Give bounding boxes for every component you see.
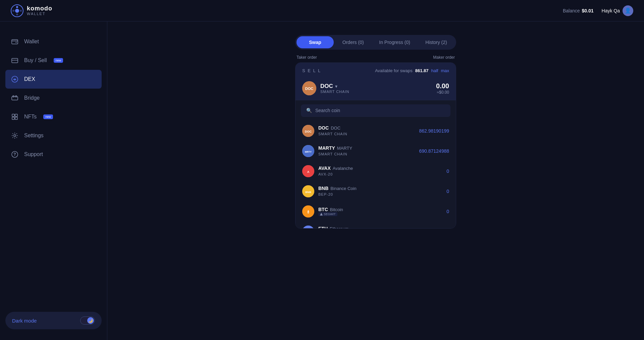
coin-list-left: A AVAX Avalanche AVX-20 bbox=[302, 165, 353, 177]
sidebar-bottom: Dark mode 🌙 bbox=[0, 312, 107, 329]
sell-label: S e l l bbox=[302, 68, 321, 73]
maker-order-label: Maker order bbox=[433, 55, 455, 60]
list-item[interactable]: DOC DOC DOC SMART CHAIN 862.98190199 bbox=[297, 121, 454, 141]
available-label: Available for swaps bbox=[375, 68, 413, 73]
sidebar-item-support[interactable]: ? Support bbox=[0, 145, 107, 164]
content-area: Swap Orders (0) In Progress (0) History … bbox=[107, 21, 644, 340]
svg-rect-17 bbox=[15, 117, 17, 119]
coin-list-fullname: Avalanche bbox=[333, 166, 353, 171]
sidebar-item-wallet-label: Wallet bbox=[24, 39, 39, 45]
coin-left[interactable]: DOC DOC ▾ SMART CHAIN bbox=[302, 81, 349, 95]
coin-amount: 0.00 bbox=[436, 82, 449, 90]
sell-section: S e l l Available for swaps 861.87 half … bbox=[296, 63, 456, 100]
coin-list-ticker-row: DOC DOC bbox=[318, 125, 347, 131]
svg-point-7 bbox=[16, 42, 17, 43]
coin-list-left: Ξ ETH Ethereum ERC-20 bbox=[302, 226, 348, 228]
svg-point-4 bbox=[12, 10, 14, 12]
list-item[interactable]: ₿ BTC Bitcoin SEGWIT bbox=[297, 201, 454, 222]
sidebar-item-wallet[interactable]: Wallet bbox=[0, 32, 107, 51]
coin-list-balance: 862.98190199 bbox=[419, 128, 449, 134]
list-item[interactable]: BNB BNB Binance Coin BEP-20 0 bbox=[297, 181, 454, 201]
dark-mode-toggle[interactable]: Dark mode 🌙 bbox=[5, 312, 102, 329]
tab-swap[interactable]: Swap bbox=[297, 36, 334, 48]
search-input[interactable] bbox=[315, 108, 445, 113]
swap-panel: S e l l Available for swaps 861.87 half … bbox=[295, 62, 456, 229]
svg-rect-16 bbox=[12, 117, 14, 119]
list-item[interactable]: A AVAX Avalanche AVX-20 0 bbox=[297, 161, 454, 181]
logo-text: komodo WALLET bbox=[27, 5, 52, 16]
tab-history[interactable]: History (2) bbox=[418, 36, 455, 48]
coin-list-name-area: AVAX Avalanche AVX-20 bbox=[318, 165, 353, 177]
komodo-logo-icon bbox=[11, 4, 23, 17]
logo-komodo: komodo bbox=[27, 5, 52, 12]
balance-label: Balance bbox=[563, 8, 580, 13]
dark-mode-toggle-knob: 🌙 bbox=[87, 317, 94, 324]
coin-avatar-doc: DOC bbox=[302, 125, 314, 137]
sell-header: S e l l Available for swaps 861.87 half … bbox=[302, 68, 449, 73]
tab-orders[interactable]: Orders (0) bbox=[334, 36, 372, 48]
dark-mode-toggle-pill[interactable]: 🌙 bbox=[80, 317, 95, 325]
max-button[interactable]: max bbox=[441, 68, 449, 73]
order-labels: Taker order Maker order bbox=[295, 55, 456, 60]
coin-list-ticker-row: MARTY MARTY bbox=[318, 145, 352, 151]
sidebar-item-nfts[interactable]: NFTs new bbox=[0, 107, 107, 126]
coin-list-fullname: Ethereum bbox=[330, 226, 348, 229]
list-item[interactable]: MRTY MARTY MARTY SMART CHAIN 690.8712498… bbox=[297, 141, 454, 161]
sidebar-item-bridge[interactable]: Bridge bbox=[0, 89, 107, 107]
coin-list-left: MRTY MARTY MARTY SMART CHAIN bbox=[302, 145, 352, 157]
half-button[interactable]: half bbox=[431, 68, 438, 73]
nfts-badge: new bbox=[43, 114, 53, 119]
tab-inprogress[interactable]: In Progress (0) bbox=[372, 36, 417, 48]
svg-text:?: ? bbox=[13, 152, 16, 157]
coin-list: DOC DOC DOC SMART CHAIN 862.98190199 bbox=[296, 121, 456, 228]
svg-rect-9 bbox=[12, 60, 18, 61]
svg-point-18 bbox=[14, 135, 16, 137]
coin-list-name-area: MARTY MARTY SMART CHAIN bbox=[318, 145, 352, 157]
coin-list-ticker-row: ETH Ethereum bbox=[318, 226, 348, 228]
coin-avatar-avax: A bbox=[302, 165, 314, 177]
coin-list-ticker: BNB bbox=[318, 186, 328, 191]
coin-chain: SMART CHAIN bbox=[320, 90, 349, 94]
coin-list-left: ₿ BTC Bitcoin SEGWIT bbox=[302, 205, 343, 217]
sidebar: Wallet Buy / Sell new DEX bbox=[0, 21, 107, 340]
card-icon bbox=[11, 56, 19, 64]
sidebar-item-bridge-label: Bridge bbox=[24, 95, 40, 101]
sidebar-item-buy-sell[interactable]: Buy / Sell new bbox=[0, 51, 107, 70]
svg-rect-11 bbox=[12, 97, 18, 100]
coin-list-name-area: DOC DOC SMART CHAIN bbox=[318, 125, 347, 137]
coin-avatar-eth: Ξ bbox=[302, 226, 314, 228]
user-area[interactable]: Hayk Qa 👤 bbox=[602, 5, 633, 16]
coin-selector[interactable]: DOC DOC ▾ SMART CHAIN 0.00 bbox=[302, 77, 449, 100]
search-bar: 🔍 bbox=[301, 104, 450, 117]
coin-list-ticker-row: BNB Binance Coin bbox=[318, 186, 357, 191]
main-layout: Wallet Buy / Sell new DEX bbox=[0, 21, 644, 340]
svg-text:MRTY: MRTY bbox=[305, 151, 312, 153]
coin-list-fullname: MARTY bbox=[337, 146, 352, 151]
coin-list-left: BNB BNB Binance Coin BEP-20 bbox=[302, 185, 357, 197]
segwit-badge: SEGWIT bbox=[318, 212, 337, 216]
sidebar-item-settings[interactable]: Settings bbox=[0, 126, 107, 145]
dark-mode-label: Dark mode bbox=[12, 318, 37, 324]
coin-list-ticker-row: BTC Bitcoin bbox=[318, 207, 343, 212]
coin-amount-area: 0.00 ≈$0.00 bbox=[436, 82, 449, 95]
coin-list-name-area: BTC Bitcoin SEGWIT bbox=[318, 207, 343, 216]
coin-list-name-area: ETH Ethereum ERC-20 bbox=[318, 226, 348, 228]
sidebar-item-dex[interactable]: DEX bbox=[5, 70, 102, 89]
coin-ticker-row: DOC ▾ bbox=[320, 83, 349, 90]
coin-ticker: DOC bbox=[320, 83, 333, 90]
user-avatar: 👤 bbox=[623, 5, 633, 16]
coin-list-fullname: DOC bbox=[331, 126, 340, 131]
header-right: Balance $0.01 Hayk Qa 👤 bbox=[563, 5, 633, 16]
sidebar-item-buy-sell-label: Buy / Sell bbox=[24, 57, 47, 63]
coin-list-fullname: Binance Coin bbox=[330, 186, 356, 191]
nfts-icon bbox=[11, 113, 19, 121]
coin-list-balance: 690.87124988 bbox=[419, 148, 449, 154]
coin-list-chain: AVX-20 bbox=[318, 172, 333, 176]
svg-point-5 bbox=[20, 10, 22, 12]
sidebar-item-dex-label: DEX bbox=[24, 76, 35, 82]
app-header: komodo WALLET Balance $0.01 Hayk Qa 👤 bbox=[0, 0, 644, 21]
coin-avatar-bnb: BNB bbox=[302, 185, 314, 197]
list-item[interactable]: Ξ ETH Ethereum ERC-20 0 bbox=[297, 222, 454, 228]
coin-list-ticker: BTC bbox=[318, 207, 328, 212]
wallet-icon bbox=[11, 38, 19, 46]
